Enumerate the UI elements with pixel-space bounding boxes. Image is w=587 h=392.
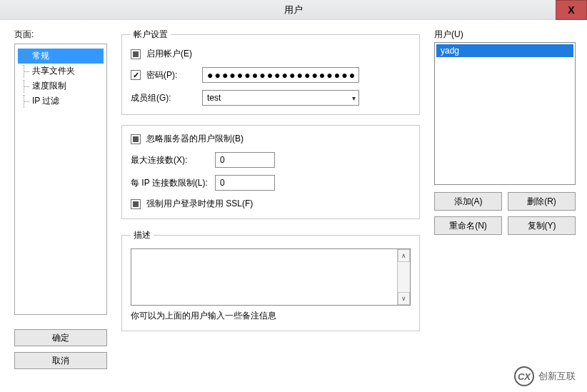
close-button[interactable]: X — [556, 0, 587, 20]
per-ip-input[interactable] — [215, 175, 275, 191]
users-label: 用户(U) — [434, 29, 576, 41]
title-bar: 用户 X — [0, 0, 587, 20]
description-hint: 你可以为上面的用户输入一些备注信息 — [131, 310, 411, 322]
add-user-button[interactable]: 添加(A) — [434, 192, 502, 211]
description-group: 描述 ∧ ∨ 你可以为上面的用户输入一些备注信息 — [121, 229, 420, 331]
limits-group: 忽略服务器的用户限制(B) 最大连接数(X): 每 IP 连接数限制(L): 强… — [121, 125, 420, 219]
group-label: 成员组(G): — [131, 92, 196, 104]
description-legend: 描述 — [131, 229, 154, 241]
right-column: 用户(U) yadg 添加(A) 删除(R) 重命名(N) 复制(Y) — [434, 29, 576, 369]
close-icon: X — [568, 4, 574, 16]
description-scrollbar[interactable]: ∧ ∨ — [397, 249, 410, 305]
window-title: 用户 — [284, 4, 303, 16]
copy-user-button[interactable]: 复制(Y) — [508, 216, 576, 235]
password-input[interactable] — [202, 67, 359, 83]
page-general[interactable]: 常规 — [18, 49, 104, 64]
page-speed-limits[interactable]: 速度限制 — [18, 79, 104, 94]
delete-user-button[interactable]: 删除(R) — [508, 192, 576, 211]
group-select[interactable]: test ▾ — [202, 90, 359, 106]
enable-account-label: 启用帐户(E) — [146, 48, 192, 60]
force-ssl-label: 强制用户登录时使用 SSL(F) — [146, 198, 253, 210]
bypass-limits-label: 忽略服务器的用户限制(B) — [146, 133, 244, 145]
password-label: 密码(P): — [146, 69, 196, 81]
account-settings-group: 帐户设置 启用帐户(E) 密码(P): 成员组(G): test ▾ — [121, 29, 420, 115]
pages-label: 页面: — [14, 29, 107, 41]
description-textarea[interactable] — [131, 249, 397, 305]
pages-tree[interactable]: 常规 共享文件夹 速度限制 IP 过滤 — [14, 44, 107, 315]
page-ip-filter[interactable]: IP 过滤 — [18, 94, 104, 109]
chevron-down-icon: ▾ — [352, 94, 356, 102]
group-select-value: test — [207, 93, 221, 103]
rename-user-button[interactable]: 重命名(N) — [434, 216, 502, 235]
scroll-up-button[interactable]: ∧ — [398, 249, 410, 262]
account-settings-legend: 帐户设置 — [131, 29, 171, 41]
dialog-body: 页面: 常规 共享文件夹 速度限制 IP 过滤 确定 取消 帐户设置 启用帐户(… — [0, 20, 587, 378]
page-shared-folders[interactable]: 共享文件夹 — [18, 64, 104, 79]
force-ssl-checkbox[interactable] — [131, 199, 141, 209]
enable-account-checkbox[interactable] — [131, 49, 141, 59]
password-checkbox[interactable] — [131, 70, 141, 80]
cancel-button[interactable]: 取消 — [14, 352, 107, 369]
left-column: 页面: 常规 共享文件夹 速度限制 IP 过滤 确定 取消 — [14, 29, 107, 369]
scroll-down-button[interactable]: ∨ — [398, 292, 410, 305]
user-list[interactable]: yadg — [434, 42, 576, 185]
max-conn-input[interactable] — [215, 152, 275, 168]
user-item[interactable]: yadg — [436, 44, 573, 57]
description-area: ∧ ∨ — [131, 248, 411, 306]
middle-column: 帐户设置 启用帐户(E) 密码(P): 成员组(G): test ▾ — [120, 29, 421, 369]
max-conn-label: 最大连接数(X): — [131, 154, 209, 166]
bypass-limits-checkbox[interactable] — [131, 134, 141, 144]
per-ip-label: 每 IP 连接数限制(L): — [131, 177, 209, 189]
ok-button[interactable]: 确定 — [14, 329, 107, 346]
